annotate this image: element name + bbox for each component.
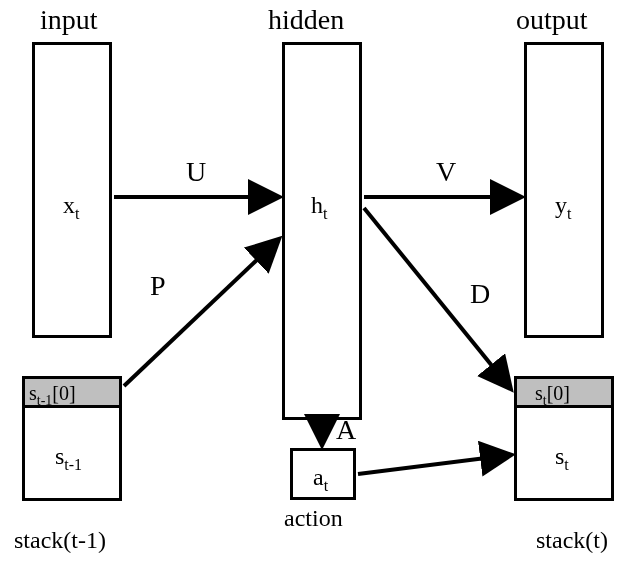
node-a: at	[290, 448, 356, 500]
node-s-cur-label: st	[555, 444, 569, 473]
node-s-prev-label: st-1	[55, 444, 82, 473]
label-action: action	[284, 506, 343, 530]
label-hidden: hidden	[268, 6, 344, 34]
label-output: output	[516, 6, 588, 34]
label-stack-prev: stack(t-1)	[14, 528, 106, 552]
edge-label-V: V	[436, 158, 456, 186]
node-s-prev-top: st-1[0]	[22, 376, 122, 408]
edge-label-D: D	[470, 280, 490, 308]
diagram-stage: input hidden output xt ht yt st-1[0] st-…	[0, 0, 640, 572]
arrow-a-to-st	[358, 455, 510, 474]
node-a-label: at	[313, 465, 328, 494]
label-input: input	[40, 6, 98, 34]
node-y-label: yt	[555, 193, 571, 222]
label-stack-cur: stack(t)	[536, 528, 608, 552]
node-x-label: xt	[63, 193, 79, 222]
arrow-P	[124, 240, 278, 386]
edge-label-P: P	[150, 272, 166, 300]
edge-label-A: A	[336, 416, 356, 444]
node-s-cur-top: st[0]	[514, 376, 614, 408]
node-s-cur: st	[514, 405, 614, 501]
edge-label-U: U	[186, 158, 206, 186]
node-h: ht	[282, 42, 362, 420]
node-x: xt	[32, 42, 112, 338]
node-h-label: ht	[311, 193, 327, 222]
node-s-prev: st-1	[22, 405, 122, 501]
node-y: yt	[524, 42, 604, 338]
